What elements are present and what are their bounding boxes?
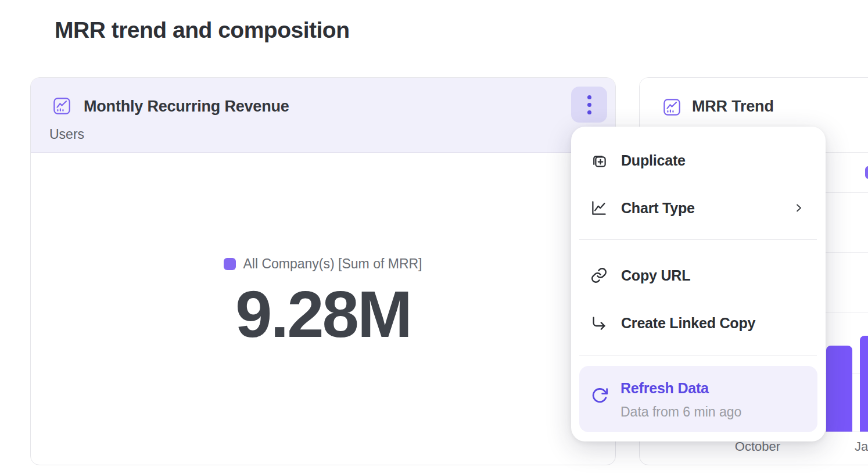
link-icon bbox=[590, 267, 608, 284]
page-title: MRR trend and composition bbox=[55, 17, 350, 43]
chevron-right-icon bbox=[794, 203, 804, 213]
menu-item-copy-url[interactable]: Copy URL bbox=[571, 252, 826, 299]
menu-divider bbox=[579, 239, 817, 240]
refresh-data-sublabel: Data from 6 min ago bbox=[620, 404, 741, 420]
x-axis-label: Ja bbox=[855, 439, 868, 454]
mrr-legend: All Company(s) [Sum of MRR] bbox=[31, 256, 615, 272]
menu-item-label: Chart Type bbox=[621, 200, 695, 217]
corner-arrow-icon bbox=[590, 314, 608, 332]
mrr-card-header: Monthly Recurring Revenue Users bbox=[31, 78, 615, 153]
kebab-dot bbox=[587, 103, 591, 107]
menu-item-label: Duplicate bbox=[621, 152, 686, 169]
menu-item-chart-type[interactable]: Chart Type bbox=[571, 184, 826, 232]
mrr-card: Monthly Recurring Revenue Users All Comp… bbox=[30, 77, 616, 465]
dashboard-page: { "page": { "title": "MRR trend and comp… bbox=[0, 0, 868, 474]
refresh-data-label: Refresh Data bbox=[620, 380, 709, 397]
kebab-dot bbox=[587, 95, 591, 99]
mrr-value: 9.28M bbox=[31, 279, 615, 349]
chart-icon bbox=[53, 97, 71, 115]
chart-type-icon bbox=[590, 199, 608, 217]
menu-item-label: Copy URL bbox=[621, 267, 690, 284]
mrr-card-subtitle: Users bbox=[49, 127, 84, 142]
menu-divider bbox=[579, 356, 817, 356]
trend-legend-swatch bbox=[865, 166, 868, 179]
menu-item-label: Create Linked Copy bbox=[621, 315, 755, 332]
refresh-icon bbox=[590, 386, 609, 405]
legend-label: All Company(s) [Sum of MRR] bbox=[243, 256, 422, 272]
menu-item-duplicate[interactable]: Duplicate bbox=[571, 137, 826, 184]
card-options-menu: Duplicate Chart Type Copy URL bbox=[571, 127, 826, 441]
chart-icon bbox=[663, 98, 681, 116]
bar[interactable] bbox=[860, 336, 868, 432]
trend-card-title: MRR Trend bbox=[692, 98, 774, 116]
duplicate-icon bbox=[590, 152, 608, 169]
menu-item-create-linked-copy[interactable]: Create Linked Copy bbox=[571, 299, 826, 347]
menu-item-refresh-data[interactable]: Refresh Data Data from 6 min ago bbox=[579, 366, 817, 432]
legend-swatch bbox=[224, 258, 236, 270]
kebab-dot bbox=[587, 110, 591, 114]
mrr-card-title: Monthly Recurring Revenue bbox=[84, 98, 289, 116]
bar[interactable] bbox=[826, 346, 852, 432]
card-options-button[interactable] bbox=[571, 87, 607, 123]
